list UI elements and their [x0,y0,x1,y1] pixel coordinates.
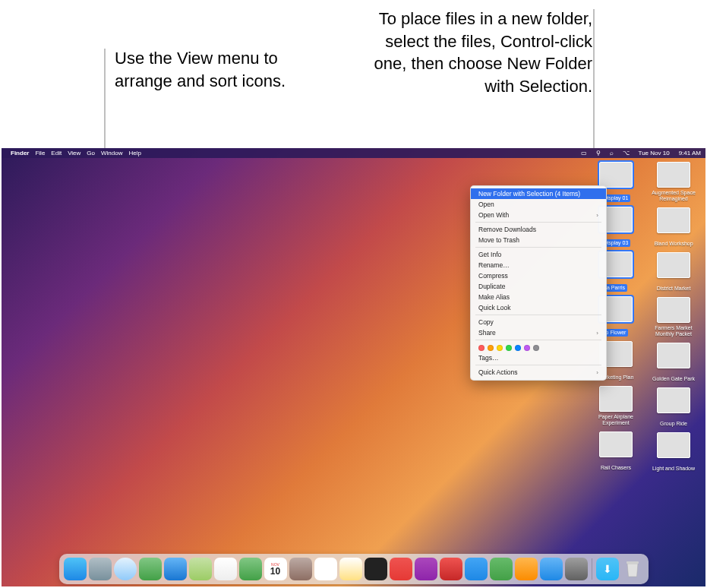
screenshot-region: Finder FileEditViewGoWindowHelp ▭ ⚲ ⌕ ⌥ … [2,148,705,586]
desktop-icon[interactable]: Augmented Space Reimagined [646,162,701,204]
desktop-icon[interactable]: Farmers Market Monthly Packet [646,297,701,339]
dock-reminders-icon[interactable] [314,558,337,580]
annotation-right-text: To place files in a new folder, select t… [365,8,592,98]
dock-contacts-icon[interactable] [289,558,312,580]
context-menu-item[interactable]: Remove Downloads [471,224,606,235]
menu-bar: Finder FileEditViewGoWindowHelp ▭ ⚲ ⌕ ⌥ … [2,148,705,158]
file-thumbnail-icon [657,343,690,368]
menu-separator [475,340,601,340]
dock-keynote-icon[interactable] [465,558,488,580]
tag-color-row [471,342,606,352]
dock-appstore-icon[interactable] [540,558,563,580]
context-menu-item-label: Get Info [478,251,501,258]
context-menu-item-label: Open [478,201,494,208]
menu-file[interactable]: File [35,150,45,156]
context-menu-item-label: Make Alias [478,293,510,301]
chevron-right-icon: › [596,330,598,337]
context-menu-item[interactable]: Tags… [471,352,606,363]
context-menu-item-label: Quick Look [478,304,511,311]
dock-maps-icon[interactable] [189,558,212,580]
context-menu-item-label: Remove Downloads [478,226,536,233]
context-menu-item[interactable]: New Folder with Selection (4 Items) [471,188,606,199]
callout-line-left [104,49,106,160]
dock-podcasts-icon[interactable] [415,558,437,580]
tag-color-dot[interactable] [478,345,484,351]
tag-color-dot[interactable] [497,345,503,351]
context-menu-item[interactable]: Get Info [471,249,606,260]
file-thumbnail-icon [599,162,633,188]
dock-music-icon[interactable] [390,558,412,580]
context-menu-item[interactable]: Move to Trash [471,235,606,245]
desktop-icon[interactable]: District Market [646,252,701,293]
dock-launchpad-icon[interactable] [89,558,112,580]
wifi-icon[interactable]: ⚲ [596,150,601,156]
context-menu-item-label: Quick Actions [478,368,518,376]
chevron-right-icon: › [596,369,598,376]
context-menu-item[interactable]: Rename… [471,260,606,270]
dock: NOV10⬇ [59,554,649,584]
dock-trash-icon[interactable] [621,558,644,580]
desktop-icon[interactable]: Bland Workshop [646,207,701,248]
tag-color-dot[interactable] [533,345,539,351]
app-name[interactable]: Finder [11,150,29,156]
file-thumbnail-icon [657,162,690,188]
file-thumbnail-icon [657,207,690,233]
dock-facetime-icon[interactable] [239,558,262,580]
context-menu-item[interactable]: Open With› [471,210,606,220]
trash-icon [624,559,641,579]
dock-tv-icon[interactable] [365,558,387,580]
menu-separator [475,365,601,365]
tag-color-dot[interactable] [488,345,494,351]
desktop-icon-label: Augmented Space Reimagined [647,189,700,203]
menu-help[interactable]: Help [128,150,140,156]
tag-color-dot[interactable] [506,345,512,351]
context-menu-item[interactable]: Quick Look [471,302,606,313]
spotlight-search-icon[interactable]: ⌕ [610,150,614,156]
context-menu-item-label: Rename… [478,261,510,269]
tag-color-dot[interactable] [524,345,530,351]
dock-finder-icon[interactable] [64,558,87,580]
dock-messages-icon[interactable] [139,558,162,580]
dock-calendar-icon[interactable]: NOV10 [264,558,287,580]
menu-separator [475,222,601,223]
dock-downloads-icon[interactable]: ⬇ [596,558,619,580]
context-menu-item[interactable]: Duplicate [471,281,606,292]
desktop-icon-label: Golden Gate Park [650,375,697,383]
desktop-icon[interactable]: Light and Shadow [646,432,701,473]
battery-icon[interactable]: ▭ [581,150,587,156]
dock-notes-icon[interactable] [339,558,362,580]
menubar-date[interactable]: Tue Nov 10 [639,150,670,156]
desktop-icon-label: District Market [655,285,693,292]
desktop-icon[interactable]: Golden Gate Park [646,343,701,384]
context-menu-item[interactable]: Compress [471,270,606,281]
tag-color-dot[interactable] [515,345,521,351]
menu-view[interactable]: View [68,150,80,156]
dock-photos-icon[interactable] [214,558,237,580]
context-menu-item[interactable]: Open [471,199,606,210]
menu-go[interactable]: Go [87,150,95,156]
desktop-icon[interactable]: Paper Airplane Experiment [589,386,643,428]
dock-numbers-icon[interactable] [490,558,513,580]
desktop-icon-label: a Parris [604,284,627,292]
context-menu-item-label: Share [478,329,496,337]
desktop-icon-label: Group Ride [658,420,690,428]
menubar-time[interactable]: 9:41 AM [679,150,701,156]
desktop-icon-label: Bland Workshop [652,240,695,248]
desktop-icon[interactable]: Rail Chasers [589,432,643,473]
context-menu-item-label: Compress [478,272,508,280]
control-center-icon[interactable]: ⌥ [623,150,630,156]
context-menu-item[interactable]: Copy [471,317,606,327]
dock-pages-icon[interactable] [515,558,538,580]
dock-settings-icon[interactable] [565,558,588,580]
dock-news-icon[interactable] [440,558,462,580]
context-menu-item-label: New Folder with Selection (4 Items) [478,190,580,198]
context-menu-item[interactable]: Quick Actions› [471,367,606,378]
menu-edit[interactable]: Edit [51,150,62,156]
dock-mail-icon[interactable] [164,558,187,580]
menu-window[interactable]: Window [101,150,122,156]
context-menu-item[interactable]: Share› [471,327,606,338]
file-thumbnail-icon [657,297,690,323]
desktop-icon[interactable]: Group Ride [646,387,701,428]
dock-safari-icon[interactable] [114,558,137,580]
context-menu-item[interactable]: Make Alias [471,292,606,302]
